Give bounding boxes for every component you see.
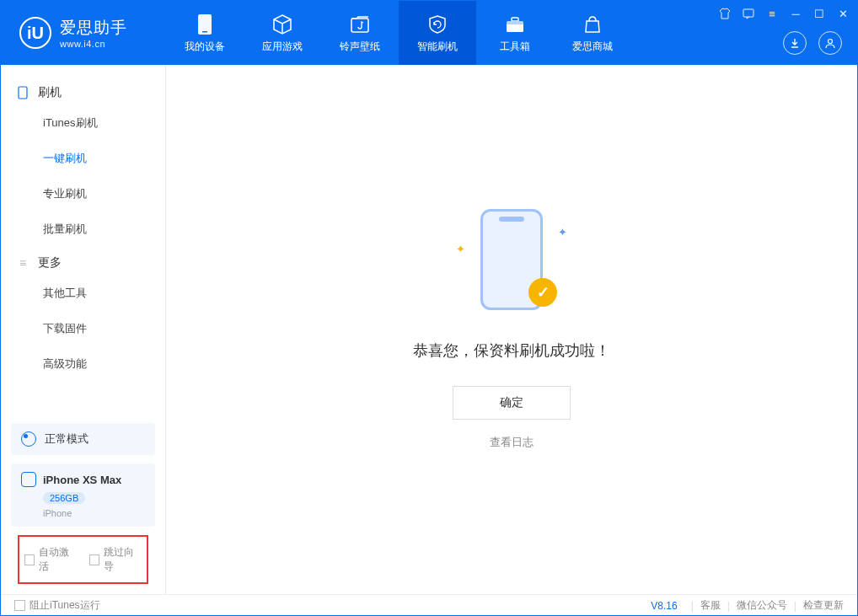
checkbox-icon xyxy=(14,600,25,611)
phone-icon xyxy=(193,13,217,36)
success-message: 恭喜您，保资料刷机成功啦！ xyxy=(413,340,610,361)
svg-point-7 xyxy=(829,40,833,44)
check-update-link[interactable]: 检查更新 xyxy=(803,598,844,613)
nav-store[interactable]: 爱思商城 xyxy=(554,1,631,65)
nav-toolbox[interactable]: 工具箱 xyxy=(476,1,554,65)
nav-my-device[interactable]: 我的设备 xyxy=(166,1,244,65)
checkbox-block-itunes[interactable]: 阻止iTunes运行 xyxy=(14,598,100,613)
sidebar: 刷机 iTunes刷机 一键刷机 专业刷机 批量刷机 ≡ 更多 其他工具 下载固… xyxy=(1,65,166,594)
device-card[interactable]: iPhone XS Max 256GB iPhone xyxy=(11,463,155,527)
sidebar-item-batch-flash[interactable]: 批量刷机 xyxy=(1,212,165,247)
phone-small-icon xyxy=(16,86,29,99)
feedback-icon[interactable] xyxy=(741,6,756,21)
nav-flash[interactable]: 智能刷机 xyxy=(399,1,476,65)
nav-tabs: 我的设备 应用游戏 铃声壁纸 智能刷机 工具箱 爱思商城 xyxy=(166,1,631,65)
title-bar: iU 爱思助手 www.i4.cn 我的设备 应用游戏 铃声壁纸 智能刷机 工具… xyxy=(1,1,857,65)
sidebar-item-pro-flash[interactable]: 专业刷机 xyxy=(1,176,165,212)
view-log-link[interactable]: 查看日志 xyxy=(490,435,534,450)
option-highlight-box: 自动激活 跳过向导 xyxy=(18,535,148,584)
sidebar-item-oneclick-flash[interactable]: 一键刷机 xyxy=(1,141,165,176)
maximize-icon[interactable]: ☐ xyxy=(812,6,827,21)
svg-rect-6 xyxy=(743,9,753,17)
sidebar-group-flash: 刷机 xyxy=(1,77,165,105)
sidebar-item-advanced[interactable]: 高级功能 xyxy=(1,346,165,382)
sidebar-item-other-tools[interactable]: 其他工具 xyxy=(1,276,165,311)
list-icon: ≡ xyxy=(16,256,29,270)
minimize-icon[interactable]: ─ xyxy=(788,6,803,21)
close-icon[interactable]: ✕ xyxy=(835,6,850,21)
device-capacity: 256GB xyxy=(43,492,85,504)
bag-icon xyxy=(581,13,604,36)
header-right-icons xyxy=(783,31,842,55)
mode-card[interactable]: 正常模式 xyxy=(11,423,155,455)
cube-icon xyxy=(271,13,294,36)
sidebar-item-download-firmware[interactable]: 下载固件 xyxy=(1,311,165,346)
sidebar-group-more: ≡ 更多 xyxy=(1,247,165,276)
toolbox-icon xyxy=(503,13,527,36)
main-content: ✦ ✦ ✓ 恭喜您，保资料刷机成功啦！ 确定 查看日志 xyxy=(166,65,857,594)
music-folder-icon xyxy=(348,13,372,36)
window-controls: ≡ ─ ☐ ✕ xyxy=(717,6,850,21)
logo-text: 爱思助手 www.i4.cn xyxy=(60,17,127,49)
sparkle-icon: ✦ xyxy=(456,243,465,255)
device-icon xyxy=(21,472,36,487)
ok-button[interactable]: 确定 xyxy=(453,386,571,420)
checkbox-auto-activate[interactable]: 自动激活 xyxy=(24,545,78,574)
device-name: iPhone XS Max xyxy=(43,474,121,486)
checkbox-icon xyxy=(24,554,35,565)
svg-rect-8 xyxy=(19,87,27,99)
wechat-link[interactable]: 微信公众号 xyxy=(737,598,787,613)
checkmark-badge-icon: ✓ xyxy=(528,278,557,307)
support-link[interactable]: 客服 xyxy=(700,598,721,613)
nav-ringtones[interactable]: 铃声壁纸 xyxy=(321,1,399,65)
refresh-shield-icon xyxy=(426,13,449,36)
sidebar-item-itunes-flash[interactable]: iTunes刷机 xyxy=(1,105,165,141)
mode-label: 正常模式 xyxy=(45,431,88,447)
logo-icon: iU xyxy=(19,17,51,49)
svg-rect-2 xyxy=(351,19,368,32)
svg-rect-4 xyxy=(512,18,518,21)
menu-icon[interactable]: ≡ xyxy=(764,6,780,21)
device-type: iPhone xyxy=(43,508,145,518)
svg-rect-5 xyxy=(507,21,523,24)
nav-apps[interactable]: 应用游戏 xyxy=(244,1,321,65)
logo[interactable]: iU 爱思助手 www.i4.cn xyxy=(1,17,166,49)
status-bar: 阻止iTunes运行 V8.16 | 客服 | 微信公众号 | 检查更新 xyxy=(1,594,857,616)
mode-icon xyxy=(21,431,36,447)
download-icon[interactable] xyxy=(783,31,807,55)
sparkle-icon: ✦ xyxy=(558,226,567,238)
checkbox-icon xyxy=(89,554,99,565)
success-illustration: ✦ ✦ ✓ xyxy=(461,209,562,319)
version-label: V8.16 xyxy=(651,600,677,612)
user-icon[interactable] xyxy=(818,31,842,55)
tshirt-icon[interactable] xyxy=(717,6,732,21)
checkbox-skip-guide[interactable]: 跳过向导 xyxy=(89,545,142,574)
svg-rect-1 xyxy=(202,31,207,33)
